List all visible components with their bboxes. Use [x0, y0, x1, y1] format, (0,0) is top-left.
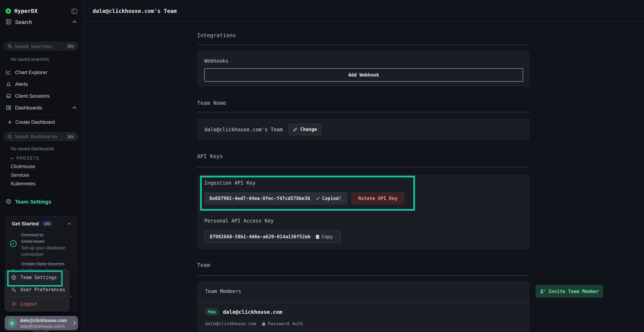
shortcut-badge: ⌘K	[66, 134, 76, 139]
sidebar-item-chart-explorer[interactable]: Chart Explorer	[6, 68, 76, 76]
card-divider	[197, 302, 530, 302]
user-name: dale@clickhouse.com	[20, 318, 70, 323]
copied-indicator: Copied!	[316, 196, 342, 201]
annotation-highlight-team-settings	[7, 270, 62, 286]
invite-label: Invite Team Member	[548, 288, 599, 294]
webhooks-card: Webhooks Add Webhook	[197, 50, 530, 86]
search-icon	[8, 134, 12, 139]
step-title: Create Data Sources	[21, 261, 71, 267]
section-title-team-name: Team Name	[197, 100, 412, 106]
rotate-label: Rotate API Key	[358, 196, 397, 201]
get-started-progress-badge: 2/3	[42, 221, 53, 226]
saved-dashboards-input[interactable]: Saved Dashboards ⌘K	[4, 132, 78, 141]
shortcut-badge: ⌘K	[66, 43, 76, 49]
page-title: dale@clickhouse.com's Team	[93, 8, 177, 14]
no-saved-searches-text: No saved searches	[11, 57, 49, 62]
sidebar-item-team-settings[interactable]: Team Settings	[6, 197, 76, 206]
presets-toggle[interactable]: PRESETS	[10, 155, 74, 161]
section-divider	[197, 276, 530, 276]
you-badge: You	[205, 308, 219, 316]
search-section-icon	[6, 19, 12, 25]
team-name-value: dale@clickhouse.com's Team	[204, 126, 283, 132]
page-header: dale@clickhouse.com's Team	[82, 0, 644, 22]
preset-services[interactable]: Services	[11, 171, 75, 178]
saved-searches-input[interactable]: Saved Searches ⌘K	[4, 42, 78, 50]
section-divider	[197, 167, 530, 168]
sidebar: HyperDX Search Saved Searches ⌘K No save…	[0, 0, 83, 332]
logo-row: HyperDX	[5, 6, 77, 16]
ingestion-api-key-chip[interactable]: 8e887902-4ed7-44ea-8fec-f47cd578be36 Cop…	[204, 192, 348, 205]
app-title: HyperDX	[14, 8, 38, 14]
sidebar-section-search[interactable]: Search	[6, 17, 76, 26]
section-divider	[197, 112, 530, 112]
section-title-api-keys: API Keys	[197, 153, 412, 160]
preset-label: ClickHouse	[11, 164, 35, 169]
laptop-icon	[6, 93, 12, 99]
personal-api-key-label: Personal API Access Key	[204, 218, 274, 224]
copied-label: Copied!	[322, 196, 342, 201]
no-saved-dashboards-text: No saved dashboards	[11, 146, 54, 151]
sidebar-item-dashboards[interactable]: Dashboards	[6, 104, 76, 112]
add-webhook-label: Add Webhook	[348, 72, 379, 78]
add-webhook-button[interactable]: Add Webhook	[204, 68, 523, 82]
get-started-header[interactable]: Get Started 2/3	[12, 220, 71, 228]
step-title: Connect to ClickHouse	[21, 232, 68, 245]
change-team-name-button[interactable]: Change	[288, 124, 322, 135]
nav-label: Chart Explorer	[15, 70, 48, 75]
bell-icon	[6, 81, 12, 87]
person-plus-icon	[540, 289, 545, 294]
api-keys-card: Ingestion API Key 8e887902-4ed7-44ea-8fe…	[197, 174, 530, 249]
pencil-icon	[293, 127, 297, 132]
preset-label: Kubernetes	[11, 181, 36, 186]
create-dashboard-button[interactable]: Create Dashboard	[8, 118, 76, 126]
personal-api-key-chip[interactable]: 87982668-58b1-4d6e-a620-014a136f52eb Cop…	[204, 230, 340, 243]
nav-label: Dashboards	[15, 105, 42, 110]
rotate-api-key-button[interactable]: Rotate API Key	[351, 192, 405, 205]
sidebar-collapse-icon[interactable]	[72, 8, 77, 14]
team-members-label: Team Members	[205, 288, 241, 294]
create-dashboard-label: Create Dashboard	[16, 119, 55, 125]
user-gear-icon	[11, 287, 16, 292]
search-section-label: Search	[15, 19, 32, 25]
step-subtitle: Set up your database connection	[21, 245, 68, 258]
section-title-team: Team	[197, 262, 412, 268]
preset-kubernetes[interactable]: Kubernetes	[11, 180, 75, 187]
team-settings-label: Team Settings	[15, 198, 51, 204]
hyperdx-logo-icon	[5, 8, 12, 14]
preset-label: Services	[11, 172, 29, 178]
member-name: dale@clickhouse.com	[223, 309, 282, 315]
chevron-up-icon	[72, 20, 76, 23]
sidebar-item-alerts[interactable]: Alerts	[6, 80, 76, 88]
chevron-down-icon	[10, 157, 14, 160]
team-name-card: dale@clickhouse.com's Team Change	[197, 118, 530, 140]
saved-searches-placeholder: Saved Searches	[15, 44, 52, 49]
chevron-up-icon	[72, 106, 76, 109]
menu-divider	[8, 296, 67, 296]
section-divider	[197, 45, 530, 45]
preset-clickhouse[interactable]: ClickHouse	[11, 163, 75, 170]
copy-button[interactable]: Copy	[316, 234, 333, 239]
invite-team-member-button[interactable]: Invite Team Member	[536, 285, 603, 298]
menu-item-label: User Preferences	[20, 287, 65, 292]
plus-icon	[8, 120, 12, 124]
divider	[0, 38, 82, 38]
chevron-right-icon	[73, 320, 76, 325]
get-started-step[interactable]: Connect to ClickHouse Set up your databa…	[21, 232, 68, 258]
presets-label: PRESETS	[16, 156, 39, 160]
sidebar-item-client-sessions[interactable]: Client Sessions	[6, 92, 76, 100]
menu-item-logout[interactable]: Logout	[5, 299, 70, 309]
team-members-card: Team Members Invite Team Member You dale…	[197, 281, 530, 332]
auth-method-label: Password Auth	[268, 321, 303, 326]
divider	[0, 114, 82, 115]
avatar: D	[7, 318, 17, 328]
search-icon	[8, 44, 12, 48]
account-button[interactable]: D dale@clickhouse.com dale@clickhouse.co…	[5, 316, 78, 330]
section-title-integrations: Integrations	[197, 32, 412, 39]
personal-api-key-value: 87982668-58b1-4d6e-a620-014a136f52eb	[210, 234, 310, 239]
member-details-row: dale@clickhouse.com Password Auth	[205, 321, 303, 326]
get-started-title: Get Started	[12, 221, 39, 226]
logout-icon	[11, 301, 16, 306]
change-label: Change	[300, 127, 317, 132]
gear-icon	[6, 198, 12, 204]
menu-item-label: Logout	[20, 301, 37, 306]
